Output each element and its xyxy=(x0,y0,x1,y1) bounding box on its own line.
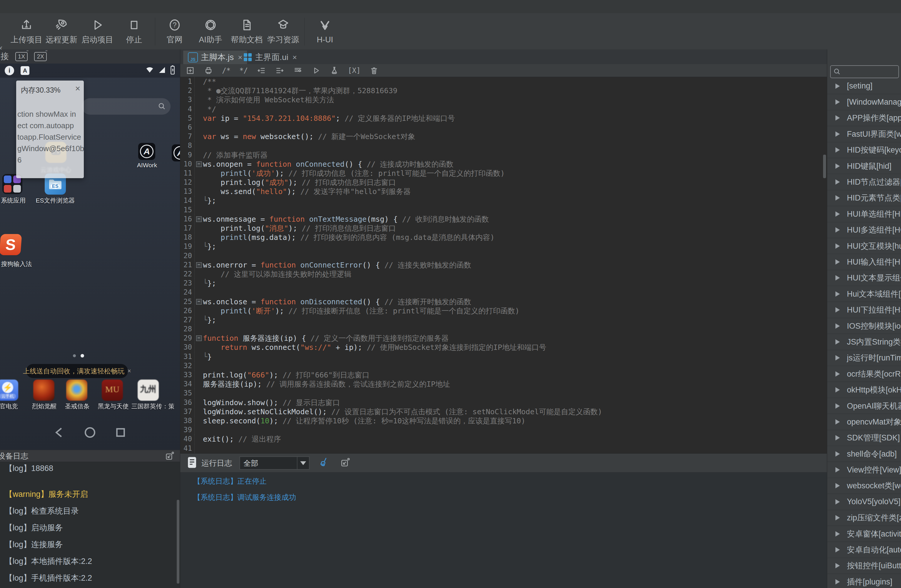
api-category-item[interactable]: Hui文本域组件[HT xyxy=(827,286,901,302)
fold-gutter[interactable] xyxy=(195,114,203,123)
code-line[interactable]: 11 printl('成功'); // 打印成功信息 (注意: printl可能… xyxy=(180,169,823,178)
api-category-item[interactable]: FastUI界面类[wind xyxy=(827,126,901,142)
overlay-close-icon[interactable]: × xyxy=(75,84,80,93)
connect-tab-partial[interactable]: 接 xyxy=(1,51,9,62)
code-line[interactable]: 25−ws.onclose = function onDisconnected(… xyxy=(180,297,823,306)
api-category-item[interactable]: YoloV5[yoloV5] xyxy=(827,494,901,510)
fold-gutter[interactable] xyxy=(195,105,203,114)
help-docs-button[interactable]: 帮助文档 xyxy=(229,16,264,47)
clear-log-broom-icon[interactable] xyxy=(319,457,330,469)
code-line[interactable]: 22 // 这里可以添加连接失败时的处理逻辑 xyxy=(180,270,823,279)
code-line[interactable]: 1/** xyxy=(180,77,823,86)
fold-marker-icon[interactable]: − xyxy=(196,216,202,222)
learning-resources-button[interactable]: 学习资源 xyxy=(265,16,301,47)
scale-1x-button[interactable]: 1X xyxy=(15,52,28,61)
expand-triangle-icon[interactable] xyxy=(836,259,840,264)
aiwork-app-icon[interactable]: A xyxy=(138,143,155,160)
expand-triangle-icon[interactable] xyxy=(836,419,840,425)
fold-gutter[interactable] xyxy=(195,425,203,434)
device-log-list[interactable]: 【log】18868【warning】服务未开启【log】检查系统目录【log】… xyxy=(0,462,180,588)
api-category-item[interactable]: SDK管理[SDK] xyxy=(827,430,901,446)
code-line[interactable]: 5var ip = "154.37.221.104:8886"; // 定义服务… xyxy=(180,114,823,123)
code-line[interactable]: 15 xyxy=(180,205,823,215)
fold-marker-icon[interactable]: − xyxy=(196,336,202,341)
api-category-item[interactable]: HUI多选组件[HCh xyxy=(827,222,901,238)
comment-icon[interactable]: /* xyxy=(222,67,231,75)
fold-gutter[interactable] xyxy=(195,270,203,279)
fold-marker-icon[interactable]: − xyxy=(196,262,202,268)
api-category-item[interactable]: HID节点过滤器[Hid xyxy=(827,174,901,190)
nav-home-button[interactable] xyxy=(83,426,97,440)
indent-icon[interactable] xyxy=(275,66,284,75)
code-line[interactable]: 41 xyxy=(180,444,823,453)
api-category-item[interactable]: 安卓自动化[auto] xyxy=(827,542,901,558)
expand-triangle-icon[interactable] xyxy=(836,307,840,313)
code-line[interactable]: 26 printl('断开'); // 打印连接断开信息 (注意: printl… xyxy=(180,306,823,316)
official-site-button[interactable]: ? 官网 xyxy=(157,16,192,47)
extract-variable-icon[interactable]: [X] xyxy=(348,67,360,75)
api-category-item[interactable]: okHttp模块[okHtt xyxy=(827,382,901,398)
fold-gutter[interactable] xyxy=(195,434,203,443)
code-line[interactable]: 28 xyxy=(180,325,823,334)
partial-app-icon[interactable]: A xyxy=(172,145,180,162)
api-category-item[interactable]: HID键鼠[hid] xyxy=(827,158,901,174)
phone-mirror-screen[interactable]: i A 内存30.33% × ction showMax inect com.a… xyxy=(0,64,180,452)
api-category-item[interactable]: OpenAI聊天机器人 xyxy=(827,398,901,414)
expand-triangle-icon[interactable] xyxy=(836,291,840,297)
expand-triangle-icon[interactable] xyxy=(836,547,840,552)
expand-triangle-icon[interactable] xyxy=(836,467,840,473)
expand-triangle-icon[interactable] xyxy=(836,324,840,329)
fold-gutter[interactable] xyxy=(195,224,203,233)
game-app-icon[interactable] xyxy=(66,380,87,401)
expand-triangle-icon[interactable] xyxy=(836,339,840,345)
code-line[interactable]: 30 return ws.connect("ws://" + ip); // 使… xyxy=(180,343,823,352)
fold-gutter[interactable] xyxy=(195,178,203,187)
expand-triangle-icon[interactable] xyxy=(836,147,840,152)
expand-triangle-icon[interactable] xyxy=(836,579,840,585)
fold-gutter[interactable] xyxy=(195,389,203,398)
fold-gutter[interactable] xyxy=(195,95,203,104)
game-app-icon[interactable]: MU xyxy=(102,380,123,401)
code-line[interactable]: 31└} xyxy=(180,352,823,361)
code-line[interactable]: 35 xyxy=(180,389,823,398)
expand-triangle-icon[interactable] xyxy=(836,355,840,361)
upload-project-button[interactable]: 上传项目 xyxy=(9,16,44,47)
fold-gutter[interactable] xyxy=(195,306,203,316)
fold-gutter[interactable]: − xyxy=(195,215,203,224)
expand-triangle-icon[interactable] xyxy=(836,163,840,169)
fold-gutter[interactable] xyxy=(195,169,203,178)
expand-triangle-icon[interactable] xyxy=(836,275,840,280)
code-area[interactable]: 1/**2 * ●交流QQ群711841924群一，苹果内测群，52881663… xyxy=(180,77,823,453)
code-line[interactable]: 33print.log("666"); // 打印"666"到日志窗口 xyxy=(180,370,823,380)
expand-triangle-icon[interactable] xyxy=(836,243,840,249)
fold-gutter[interactable] xyxy=(195,416,203,425)
code-line[interactable]: 40exit(); // 退出程序 xyxy=(180,434,823,443)
api-category-item[interactable]: zip压缩文件类[zip] xyxy=(827,510,901,526)
code-line[interactable]: 23└}; xyxy=(180,279,823,288)
api-category-item[interactable]: opencvMat对象[M xyxy=(827,414,901,430)
code-line[interactable]: 34服务器连接(ip); // 调用服务器连接函数，尝试连接到之前定义的IP地址 xyxy=(180,380,823,389)
new-file-icon[interactable] xyxy=(186,66,195,75)
code-line[interactable]: 12 print.log("成功"); // 打印成功信息到日志窗口 xyxy=(180,178,823,187)
code-line[interactable]: 10−ws.onopen = function onConnected() { … xyxy=(180,160,823,169)
cloud-phone-app-icon[interactable]: ⚡ 云手机 xyxy=(0,380,18,401)
sogou-input-icon[interactable]: S xyxy=(0,234,22,255)
code-line[interactable]: 18 printl(msg.data); // 打印接收到的消息内容 (msg.… xyxy=(180,233,823,242)
outdent-icon[interactable] xyxy=(257,66,266,75)
clean-trash-icon[interactable] xyxy=(369,66,379,75)
close-icon[interactable]: × xyxy=(293,53,297,62)
expand-triangle-icon[interactable] xyxy=(836,515,840,520)
expand-triangle-icon[interactable] xyxy=(836,563,840,568)
api-category-item[interactable]: shell命令[adb] xyxy=(827,446,901,462)
fold-gutter[interactable] xyxy=(195,242,203,251)
code-line[interactable]: 19└}; xyxy=(180,242,823,251)
nav-recents-button[interactable] xyxy=(114,426,127,440)
code-line[interactable]: 29−function 服务器连接(ip) { // 定义一个函数用于连接到指定… xyxy=(180,334,823,343)
log-filter-select[interactable]: 全部 xyxy=(240,457,309,470)
code-line[interactable]: 2 * ●交流QQ群711841924群一，苹果内测群，528816639 xyxy=(180,86,823,95)
fold-gutter[interactable] xyxy=(195,343,203,352)
fold-gutter[interactable] xyxy=(195,316,203,325)
expand-triangle-icon[interactable] xyxy=(836,371,840,376)
code-line[interactable]: 3 * 演示如何使用 WebSocket相关方法 xyxy=(180,95,823,104)
api-category-item[interactable]: IOS控制模块[ios] xyxy=(827,318,901,334)
